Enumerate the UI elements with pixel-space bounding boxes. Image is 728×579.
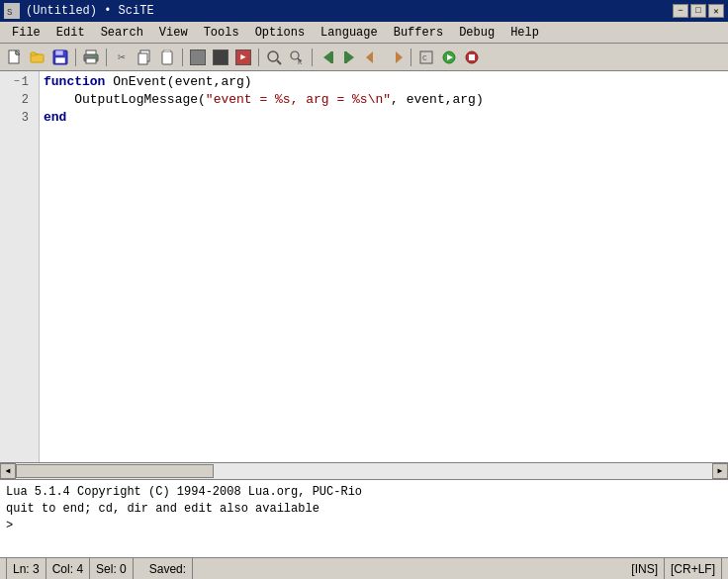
go-back-button[interactable] — [317, 47, 338, 68]
scroll-thumb[interactable] — [16, 464, 214, 478]
separator4 — [258, 48, 259, 66]
scroll-right-button[interactable]: ▶ — [712, 463, 728, 479]
svg-rect-16 — [138, 53, 147, 64]
menu-language[interactable]: Language — [313, 22, 386, 43]
status-ln: Ln: 3 — [6, 558, 46, 579]
code-line-2: OutputLogMessage("event = %s, arg = %s\n… — [44, 91, 724, 109]
svg-rect-6 — [31, 52, 36, 55]
menu-options[interactable]: Options — [247, 22, 313, 43]
menu-search[interactable]: Search — [93, 22, 151, 43]
svg-rect-36 — [469, 54, 475, 60]
compile-button[interactable]: C — [415, 47, 437, 68]
separator6 — [410, 48, 411, 66]
status-saved: Saved: — [143, 558, 193, 579]
line-num-1: 1 — [22, 73, 29, 91]
print-button[interactable] — [80, 47, 102, 68]
svg-rect-19 — [164, 49, 170, 51]
code-line-3: end — [44, 109, 724, 127]
find-replace-button[interactable]: R — [286, 47, 308, 68]
separator2 — [106, 48, 107, 66]
color2-button[interactable] — [210, 47, 231, 68]
code-string-2: "event = %s, arg = %s\n" — [206, 92, 391, 107]
svg-rect-9 — [55, 57, 65, 63]
scroll-track[interactable] — [16, 463, 712, 479]
svg-rect-13 — [86, 58, 96, 63]
go-callout-button[interactable] — [385, 47, 407, 68]
menu-buffers[interactable]: Buffers — [386, 22, 451, 43]
gutter-row-1: − 1 — [0, 73, 33, 91]
stop-button[interactable] — [461, 47, 483, 68]
svg-rect-14 — [94, 55, 96, 57]
color3-button[interactable]: ▶ — [232, 47, 254, 68]
menu-view[interactable]: View — [151, 22, 196, 43]
svg-marker-29 — [366, 51, 373, 63]
toolbar: ✂ ▶ R — [0, 44, 728, 71]
code-indent-2 — [44, 92, 74, 107]
new-button[interactable] — [4, 47, 26, 68]
open-button[interactable] — [27, 47, 48, 68]
save-button[interactable] — [49, 47, 71, 68]
line-num-3: 3 — [22, 109, 29, 127]
line-num-2: 2 — [22, 91, 29, 109]
code-line-1: function OnEvent(event,arg) — [44, 73, 724, 91]
svg-point-20 — [268, 51, 278, 61]
svg-rect-28 — [344, 51, 347, 63]
code-args-2: , event,arg) — [391, 92, 484, 107]
svg-rect-10 — [63, 50, 65, 53]
gutter-row-3: 3 — [0, 109, 33, 127]
output-prompt: > — [6, 518, 722, 534]
run-button[interactable] — [438, 47, 460, 68]
status-crlf: [CR+LF] — [665, 558, 722, 579]
cut-button[interactable]: ✂ — [111, 47, 133, 68]
svg-rect-8 — [55, 50, 63, 55]
svg-rect-18 — [162, 51, 172, 64]
svg-marker-30 — [396, 51, 403, 63]
find-button[interactable] — [263, 47, 285, 68]
close-button[interactable]: ✕ — [708, 4, 724, 18]
window-title: (Untitled) • SciTE — [26, 4, 154, 18]
output-line-1: Lua 5.1.4 Copyright (C) 1994-2008 Lua.or… — [6, 484, 722, 501]
keyword-function: function — [44, 74, 105, 89]
go-callin-button[interactable] — [362, 47, 384, 68]
menu-tools[interactable]: Tools — [196, 22, 247, 43]
gutter-row-2: 2 — [0, 91, 33, 109]
titlebar: S (Untitled) • SciTE − □ ✕ — [0, 0, 728, 22]
line-number-gutter: − 1 2 3 — [0, 71, 40, 462]
code-func-2: OutputLogMessage( — [74, 92, 206, 107]
minimize-button[interactable]: − — [673, 4, 688, 18]
menu-edit[interactable]: Edit — [48, 22, 93, 43]
svg-marker-25 — [323, 51, 331, 63]
status-ins: [INS] — [625, 558, 665, 579]
go-forward-button[interactable] — [339, 47, 361, 68]
copy-button[interactable] — [134, 47, 155, 68]
paste-button[interactable] — [156, 47, 178, 68]
separator3 — [182, 48, 183, 66]
menu-debug[interactable]: Debug — [451, 22, 502, 43]
svg-rect-26 — [330, 51, 333, 63]
status-col: Col: 4 — [46, 558, 90, 579]
color1-button[interactable] — [187, 47, 209, 68]
app-icon: S — [4, 3, 20, 19]
svg-marker-27 — [346, 51, 354, 63]
output-panel: Lua 5.1.4 Copyright (C) 1994-2008 Lua.or… — [0, 478, 728, 557]
svg-text:R: R — [298, 58, 303, 65]
horizontal-scrollbar[interactable]: ◀ ▶ — [0, 462, 728, 478]
code-editor[interactable]: function OnEvent(event,arg) OutputLogMes… — [40, 71, 728, 462]
keyword-end: end — [44, 110, 66, 125]
svg-line-21 — [277, 60, 281, 64]
menu-help[interactable]: Help — [502, 22, 547, 43]
svg-text:S: S — [7, 8, 12, 18]
scroll-left-button[interactable]: ◀ — [0, 463, 16, 479]
svg-text:C: C — [422, 53, 427, 62]
titlebar-controls: − □ ✕ — [673, 4, 724, 18]
statusbar: Ln: 3 Col: 4 Sel: 0 Saved: [INS] [CR+LF] — [0, 557, 728, 579]
output-line-2: quit to end; cd, dir and edit also avail… — [6, 501, 722, 518]
code-rest-1: OnEvent(event,arg) — [105, 74, 251, 89]
main-area: − 1 2 3 function OnEvent(event,arg) Outp… — [0, 71, 728, 462]
titlebar-left: S (Untitled) • SciTE — [4, 3, 154, 19]
fold-indicator-1[interactable]: − — [14, 73, 20, 91]
maximize-button[interactable]: □ — [690, 4, 706, 18]
menu-file[interactable]: File — [4, 22, 48, 43]
separator5 — [312, 48, 313, 66]
separator — [75, 48, 76, 66]
